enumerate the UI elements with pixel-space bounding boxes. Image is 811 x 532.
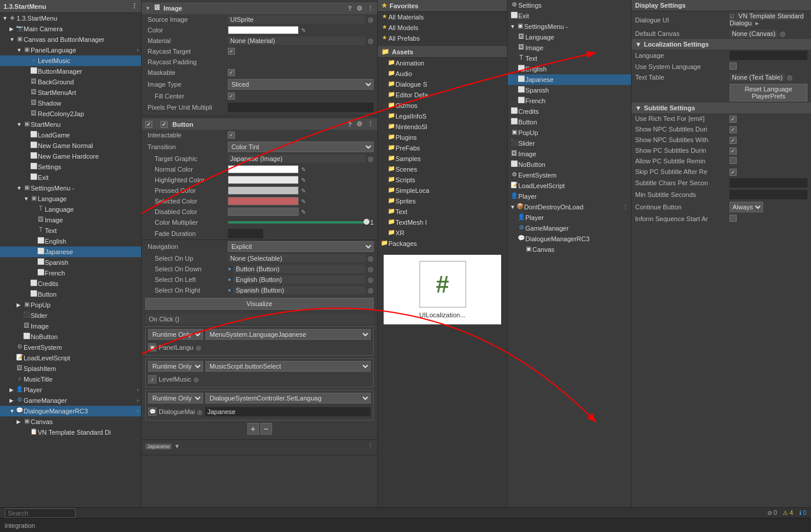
onclick-add-button[interactable]: +	[247, 423, 259, 435]
scene-popup[interactable]: ▣PopUp	[508, 127, 631, 138]
color-picker-icon[interactable]: ✎	[301, 27, 306, 34]
onclick-arg-circ-1[interactable]: ◎	[196, 344, 201, 351]
pressed-color-swatch[interactable]	[228, 186, 299, 195]
continue-button-select[interactable]: Always	[730, 202, 763, 212]
scene-button[interactable]: ⬜Button	[508, 117, 631, 127]
asset-scripts[interactable]: 📁Scripts	[378, 175, 507, 185]
select-on-down-pick[interactable]: ◎	[368, 265, 374, 273]
h-item-canvas[interactable]: ▼ ▣ Canvas and ButtonManager	[0, 34, 141, 45]
highlighted-color-swatch[interactable]	[228, 176, 299, 184]
h-item-vntemplate[interactable]: 📋 VN Template Standard Di	[0, 427, 141, 438]
h-item-settingsmenu[interactable]: ▼ ▣ SettingsMenu -	[0, 183, 141, 193]
scene-canvas[interactable]: ▣Canvas	[508, 244, 631, 255]
navigation-select[interactable]: Explicit	[228, 241, 374, 252]
scene-credits[interactable]: ⬜Credits	[508, 106, 631, 117]
normal-color-value[interactable]: ✎	[228, 165, 374, 173]
color-value[interactable]: ✎	[228, 26, 374, 34]
h-item-japanese[interactable]: ⬜ Japanese	[0, 247, 141, 257]
subtitle-chars-input[interactable]: 30	[730, 178, 807, 188]
onclick-func-3[interactable]: DialogueSystemController.SetLanguag	[205, 393, 371, 403]
button-section-header[interactable]: ✓ ✓ Button ? ⚙ ⋮	[142, 119, 377, 130]
asset-dialogue[interactable]: 📁Dialogue S	[378, 79, 507, 90]
default-canvas-pick[interactable]: ◎	[780, 30, 786, 37]
scene-image[interactable]: 🖼Image	[508, 42, 631, 53]
asset-gizmos[interactable]: 📁Gizmos	[378, 100, 507, 111]
color-multiplier-value[interactable]: 1	[228, 219, 374, 226]
scene-nobutton[interactable]: ⬜NoButton	[508, 159, 631, 170]
visualize-button[interactable]: Visualize	[145, 298, 374, 310]
disabled-color-value[interactable]: ✎	[228, 208, 374, 216]
maskable-checkbox[interactable]	[228, 69, 235, 76]
scene-settingsmenu[interactable]: ▼▣SettingsMenu -	[508, 21, 631, 32]
onclick-runtime-1[interactable]: Runtime Only	[148, 329, 203, 340]
disabled-color-swatch[interactable]	[228, 208, 299, 216]
h-item-startmenuart[interactable]: 🖼 StartMenuArt	[0, 87, 141, 98]
hierarchy-menu-icon[interactable]: ⋮	[131, 2, 138, 10]
button-enabled-checkbox[interactable]: ✓	[145, 121, 152, 128]
h-item-newgamehard[interactable]: ⬜ New Game Hardcore	[0, 151, 141, 162]
scene-slider[interactable]: ⬛Slider	[508, 138, 631, 149]
asset-editor[interactable]: 📁Editor Defa	[378, 90, 507, 100]
asset-legal[interactable]: 📁LegalInfoS	[378, 111, 507, 121]
selected-color-value[interactable]: ✎	[228, 197, 374, 205]
continue-button-value[interactable]: Always	[730, 202, 807, 212]
use-system-lang-checkbox[interactable]	[730, 63, 737, 70]
scene-gamemgr[interactable]: ⚙GameManager	[508, 223, 631, 234]
h-item-levelmusic[interactable]: ♪ LevelMusic	[0, 55, 141, 66]
asset-nintendo[interactable]: 📁NintendoSl	[378, 121, 507, 132]
color-swatch[interactable]	[228, 26, 299, 34]
h-item-image[interactable]: 🖼 Image	[0, 321, 141, 331]
image-type-value[interactable]: Sliced	[228, 79, 374, 90]
onclick-arg-circ-2[interactable]: ◎	[194, 376, 199, 383]
h-item-nobutton[interactable]: ⬜ NoButton	[0, 331, 141, 342]
fav-all-models[interactable]: ★All Models	[378, 22, 507, 33]
footer-menu-icon[interactable]: ⋮	[367, 442, 374, 450]
h-item-english[interactable]: ⬜ English	[0, 236, 141, 247]
h-item-settings[interactable]: ⬜ Settings	[0, 162, 141, 172]
h-item-lang-panel[interactable]: ▼ ▣ Language	[0, 193, 141, 204]
h-item-spanish[interactable]: ⬜ Spanish	[0, 257, 141, 268]
scene-eventsys[interactable]: ⚙EventSystem	[508, 170, 631, 180]
navigation-value[interactable]: Explicit	[228, 241, 374, 252]
onclick-func-1[interactable]: MenuSystem.LanguageJapanese	[205, 329, 371, 340]
h-item-french[interactable]: ⬜ French	[0, 268, 141, 278]
asset-textmesh[interactable]: 📁TextMesh I	[378, 217, 507, 228]
raycast-target-checkbox[interactable]	[228, 48, 235, 55]
footer-tag[interactable]: Japanese	[145, 444, 172, 449]
dontdestroy-menu[interactable]: ⋮	[622, 203, 629, 211]
h-item-panellang[interactable]: ▼ ▣ PanelLanguage ›	[0, 45, 141, 55]
onclick-arg-circ-3[interactable]: ◎	[197, 409, 202, 415]
interactable-checkbox[interactable]	[228, 132, 235, 139]
scene-japanese[interactable]: ⬜Japanese	[508, 74, 631, 85]
pressed-color-value[interactable]: ✎	[228, 186, 374, 195]
skip-pc-checkbox[interactable]	[730, 169, 737, 176]
h-item-loadlevel[interactable]: 📝 LoadLevelScript	[0, 353, 141, 363]
button-help-icon[interactable]: ?	[348, 121, 352, 128]
h-item-eventsystem[interactable]: ⚙ EventSystem	[0, 342, 141, 353]
text-table-pick[interactable]: ◎	[787, 74, 793, 81]
reset-lang-button[interactable]: Reset Language PlayerPrefs	[730, 84, 807, 101]
normal-color-picker[interactable]: ✎	[301, 166, 306, 173]
source-image-pick-icon[interactable]: ◎	[368, 16, 374, 24]
onclick-func-2[interactable]: MusicScrpit.buttonSelect	[205, 361, 371, 372]
asset-packages[interactable]: 📁Packages	[378, 238, 507, 249]
h-item-button[interactable]: ⬜ Button	[0, 289, 141, 300]
h-item-shadow[interactable]: 🖼 Shadow	[0, 98, 141, 109]
image-type-select[interactable]: Sliced	[228, 79, 374, 90]
scene-exit[interactable]: ⬜Exit	[508, 11, 631, 21]
button-settings-icon[interactable]: ⚙	[357, 120, 362, 128]
asset-sprites[interactable]: 📁Sprites	[378, 196, 507, 206]
search-input[interactable]	[5, 508, 76, 518]
scene-player[interactable]: 👤Player	[508, 191, 631, 202]
selected-color-swatch[interactable]	[228, 197, 299, 205]
select-on-right-pick[interactable]: ◎	[368, 287, 374, 294]
highlighted-color-picker[interactable]: ✎	[301, 177, 306, 183]
fade-duration-value[interactable]: 0.1	[228, 229, 374, 238]
show-npc-with-checkbox[interactable]	[730, 137, 737, 144]
language-input[interactable]: Japanese	[730, 51, 807, 60]
scene-dontdestroy[interactable]: ▼📦DontDestroyOnLoad⋮	[508, 202, 631, 212]
scene-player2[interactable]: 👤Player	[508, 212, 631, 223]
scene-text[interactable]: TText	[508, 53, 631, 64]
selected-color-picker[interactable]: ✎	[301, 198, 306, 205]
asset-xr[interactable]: 📁XR	[378, 228, 507, 238]
